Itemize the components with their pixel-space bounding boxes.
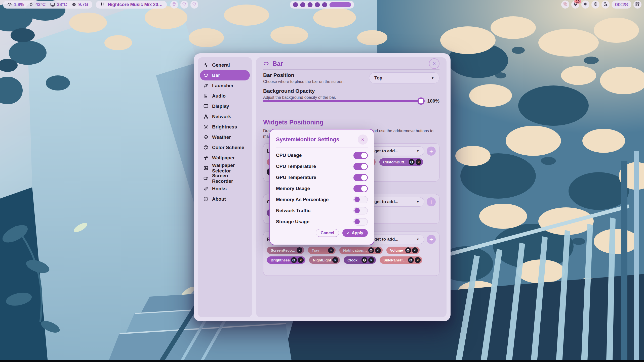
sun-icon: [203, 124, 209, 129]
chip-settings-button[interactable]: ⚙: [361, 257, 367, 263]
sidebar-item-label: Screen Recorder: [212, 173, 247, 184]
info-icon: [203, 196, 209, 202]
media-widget[interactable]: Nightcore Music Mix 20…: [96, 1, 167, 9]
workspace-dot[interactable]: [300, 2, 305, 7]
toggle-knob: [361, 175, 367, 180]
toggle-switch[interactable]: [353, 163, 368, 170]
workspace-indicator[interactable]: [290, 1, 354, 9]
opacity-slider[interactable]: [263, 100, 424, 102]
toggle-switch[interactable]: [353, 174, 368, 181]
sidebar-item-bar[interactable]: Bar: [200, 70, 250, 80]
workspace-dot[interactable]: [308, 2, 313, 7]
app-tray-icon[interactable]: [561, 1, 569, 9]
toggle-switch[interactable]: [353, 196, 368, 203]
sidebar-item-network[interactable]: Network: [200, 111, 250, 122]
chip-remove-button[interactable]: ×: [332, 257, 338, 263]
widget-chip-screenreco[interactable]: ScreenReco…×: [267, 247, 304, 254]
toggle-switch[interactable]: [353, 218, 368, 225]
sidebar-item-about[interactable]: About: [200, 194, 250, 204]
modal-divider: [276, 148, 368, 148]
toggle-label: CPU Temperature: [276, 164, 316, 169]
volume-button[interactable]: [581, 1, 589, 9]
window-close-button[interactable]: ×: [429, 58, 439, 69]
toggle-label: CPU Usage: [276, 153, 302, 158]
toggle-label: Memory Usage: [276, 186, 310, 191]
workspace-dot[interactable]: [293, 2, 298, 7]
sidebar-item-label: Wallpaper: [212, 155, 235, 161]
notifications-button[interactable]: 10: [571, 1, 579, 9]
nightlight-button[interactable]: [601, 1, 610, 9]
workspace-active[interactable]: [330, 2, 351, 7]
toggle-knob: [354, 197, 360, 202]
chip-remove-button[interactable]: ×: [415, 257, 421, 263]
cancel-button[interactable]: Cancel: [316, 229, 339, 237]
widget-chip-custombutt[interactable]: CustomButt…⚙×: [379, 158, 423, 166]
widget-chip-volume[interactable]: Volume⚙×: [386, 247, 420, 254]
widget-chip-notification[interactable]: Notification…⚙×: [339, 247, 382, 254]
clock[interactable]: 00:28: [612, 1, 631, 9]
apps-button[interactable]: [633, 1, 641, 9]
heart-icon: [192, 2, 196, 7]
opacity-slider-knob[interactable]: [417, 98, 425, 105]
opacity-value: 100%: [427, 98, 439, 104]
widget-chip-clock[interactable]: Clock⚙×: [344, 256, 376, 264]
add-widget-button[interactable]: +: [427, 197, 436, 206]
add-widget-button[interactable]: +: [427, 235, 436, 244]
stat-gauge-icon: 1.8%: [7, 2, 24, 7]
sidebar-item-launcher[interactable]: Launcher: [200, 80, 250, 91]
toggle-knob: [354, 219, 360, 224]
sidebar-item-label: Launcher: [212, 83, 234, 88]
widget-chip-sidepanelt[interactable]: SidePanelT…⚙×: [380, 256, 422, 264]
sidebar-item-hooks[interactable]: Hooks: [200, 184, 250, 194]
toggle-switch[interactable]: [353, 207, 368, 214]
chip-remove-button[interactable]: ×: [375, 247, 381, 253]
chip-remove-button[interactable]: ×: [328, 247, 334, 253]
toggle-switch[interactable]: [353, 185, 368, 192]
chip-remove-button[interactable]: ×: [412, 247, 418, 253]
chevron-down-icon: ▼: [416, 149, 419, 153]
toggle-switch[interactable]: [353, 152, 368, 159]
sidebar-item-label: Brightness: [212, 124, 237, 130]
widget-chip-brightness[interactable]: Brightness⚙×: [267, 256, 305, 264]
heart-icon: [182, 2, 186, 7]
toggle-row-network-traffic: Network Traffic: [276, 205, 368, 216]
toggle-row-memory-as-percentage: Memory As Percentage: [276, 194, 368, 205]
sidebar-item-color-scheme[interactable]: Color Scheme: [200, 142, 250, 153]
sidebar-item-screen-recorder[interactable]: Screen Recorder: [200, 173, 250, 184]
workspace-dot[interactable]: [315, 2, 320, 7]
sidebar-item-display[interactable]: Display: [200, 101, 250, 111]
chip-settings-button[interactable]: ⚙: [405, 247, 411, 253]
bar-position-select[interactable]: Top ▼: [369, 72, 439, 83]
sidebar-item-general[interactable]: General: [200, 60, 250, 70]
cloud-rain-icon: [203, 134, 209, 140]
sidebar-item-weather[interactable]: Weather: [200, 132, 250, 142]
chip-settings-button[interactable]: ⚙: [368, 247, 374, 253]
brightness-button[interactable]: [591, 1, 599, 9]
heart-icon-button[interactable]: [180, 1, 188, 9]
sidebar-item-brightness[interactable]: Brightness: [200, 122, 250, 132]
chip-label: Notification…: [343, 248, 367, 252]
modal-close-button[interactable]: ×: [358, 134, 368, 145]
sidebar-item-wallpaper[interactable]: Wallpaper: [200, 153, 250, 163]
widget-chip-tray[interactable]: Tray×: [308, 247, 336, 254]
skull-icon-button[interactable]: [170, 1, 178, 9]
heart-icon-button[interactable]: [190, 1, 198, 9]
sidebar-item-wallpaper-selector[interactable]: Wallpaper Selector: [200, 163, 250, 173]
chip-settings-button[interactable]: ⚙: [408, 257, 414, 263]
workspace-dot[interactable]: [322, 2, 327, 7]
pause-icon[interactable]: [100, 2, 105, 8]
widget-chip-nightlight[interactable]: NightLight×: [309, 256, 340, 264]
sidebar-item-audio[interactable]: Audio: [200, 91, 250, 101]
chevron-down-icon: ▼: [416, 200, 419, 204]
chip-remove-button[interactable]: ×: [298, 257, 304, 263]
chip-remove-button[interactable]: ×: [368, 257, 374, 263]
chip-remove-button[interactable]: ×: [416, 159, 421, 165]
chip-settings-button[interactable]: ⚙: [409, 159, 415, 165]
apply-button[interactable]: ✓ Apply: [342, 229, 368, 237]
palette-icon: [203, 145, 209, 150]
chip-label: NightLight: [313, 258, 331, 262]
chip-settings-button[interactable]: ⚙: [291, 257, 297, 263]
paint-roller-icon: [203, 155, 209, 160]
chip-remove-button[interactable]: ×: [297, 247, 302, 253]
add-widget-button[interactable]: +: [427, 147, 436, 156]
